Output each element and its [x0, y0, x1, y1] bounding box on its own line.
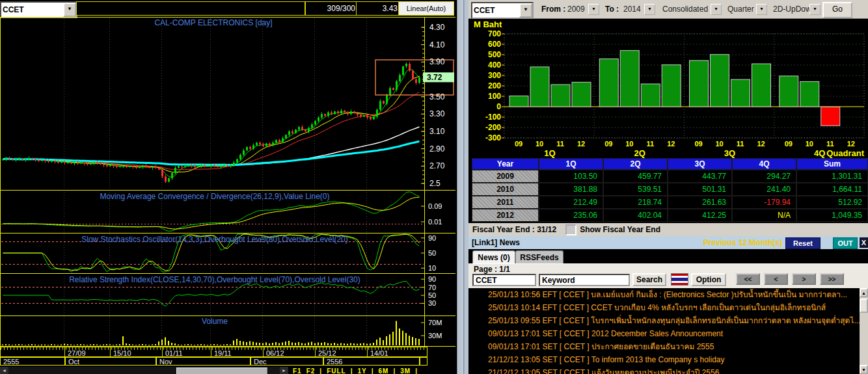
quarter-bar[interactable] [752, 64, 771, 107]
vscroll-thumb[interactable] [860, 299, 868, 313]
chevron-down-icon[interactable]: ▼ [588, 4, 599, 15]
table-header-sum[interactable]: Sum [796, 158, 868, 170]
svg-text:0.01: 0.01 [428, 218, 442, 226]
first-page-button[interactable]: << [736, 273, 760, 285]
quarter-bar[interactable] [530, 67, 549, 107]
table-row[interactable]: 2011212.49218.74261.63-179.94512.92 [472, 196, 868, 209]
from-year-select[interactable]: 2009 [567, 5, 585, 14]
show-fiscal-checkbox[interactable] [565, 224, 576, 235]
table-header-2q[interactable]: 2Q [603, 158, 668, 170]
search-button[interactable]: Search [632, 273, 666, 286]
timeframe-button[interactable]: FULL [327, 367, 346, 374]
last-page-button[interactable]: >> [820, 273, 844, 285]
thai-flag-icon[interactable] [671, 273, 688, 286]
timeframe-button[interactable]: | [393, 367, 396, 374]
quarter-bar[interactable] [572, 82, 591, 107]
svg-text:30: 30 [428, 299, 436, 307]
symbol-entry-field[interactable] [76, 1, 305, 16]
table-header-4q[interactable]: 4Q [732, 158, 796, 170]
right-symbol-combobox[interactable]: ▼ [471, 2, 534, 19]
timeframe-button[interactable]: F1 [293, 367, 302, 374]
quarter-bar[interactable] [641, 84, 660, 107]
news-vscrollbar[interactable]: ▲ ▼ [860, 288, 868, 374]
value-cell: 381.88 [539, 183, 603, 196]
news-tabbar: News (0) RSSFeeds [468, 249, 868, 263]
table-row[interactable]: 2012235.06402.04412.25N/A1,049.35 [472, 209, 868, 222]
quarter-bar[interactable] [662, 65, 681, 107]
table-header-year[interactable]: Year [472, 158, 539, 170]
news-item[interactable]: 21/12/12 13:05 SET [ CCET ] แจ้งวันหยุดต… [468, 366, 860, 374]
hscroll-track[interactable] [8, 367, 280, 374]
timeframe-button[interactable]: | [372, 367, 374, 374]
svg-text:4.30: 4.30 [429, 23, 445, 32]
report-type-select[interactable]: Consolidated [662, 5, 708, 14]
period-select[interactable]: Quarter [727, 5, 754, 14]
right-symbol-input[interactable] [472, 5, 519, 16]
quarter-bar[interactable] [780, 76, 798, 107]
timeframe-button[interactable]: 3M [400, 367, 411, 374]
go-button[interactable]: Go [822, 2, 852, 18]
timeframe-button[interactable]: | [319, 367, 322, 374]
quarter-bar[interactable] [690, 60, 709, 107]
out-button[interactable]: OUT [833, 237, 858, 249]
quarterly-bar-chart[interactable]: 7006005004003002001000-100-200-300091011… [468, 18, 868, 158]
close-icon[interactable]: X [860, 237, 868, 248]
table-header-1q[interactable]: 1Q [539, 158, 603, 170]
scroll-up-icon[interactable]: ▲ [860, 288, 868, 297]
svg-text:10: 10 [428, 264, 436, 272]
news-item[interactable]: 25/01/13 10:14 EFT [ CCET ] CCET บวกเกือ… [468, 301, 860, 314]
keyword-input[interactable] [539, 274, 630, 286]
chevron-down-icon[interactable]: ▼ [519, 3, 532, 18]
svg-text:2.90: 2.90 [429, 144, 445, 154]
chevron-down-icon[interactable]: ▼ [756, 4, 767, 15]
news-item[interactable]: 25/01/13 10:56 EFT [ CCET ] บล.เมย์แบงก์… [468, 288, 860, 301]
chevron-down-icon[interactable]: ▼ [63, 3, 76, 17]
table-row[interactable]: 2009103.50459.77443.77294.271,301.31 [472, 170, 868, 183]
tab-news[interactable]: News (0) [472, 250, 515, 264]
price-chart[interactable]: 4.304.103.903.503.303.102.902.702.53.72C… [0, 17, 457, 347]
timeframe-button[interactable]: 6M [379, 367, 389, 374]
timeframe-button[interactable]: | [415, 367, 418, 374]
symbol-input[interactable] [1, 5, 63, 15]
value-cell: 1,049.35 [796, 209, 868, 222]
quarter-bar[interactable] [509, 96, 528, 107]
scroll-down-icon[interactable]: ▼ [860, 365, 868, 374]
timeframe-button[interactable]: F2 [306, 367, 316, 374]
table-header-3q[interactable]: 3Q [668, 158, 732, 170]
quarter-bar[interactable] [821, 107, 840, 126]
news-item[interactable]: 21/12/12 13:05 SET [ CCET ] To inform 20… [468, 353, 860, 366]
quarter-bar[interactable] [599, 59, 618, 107]
svg-text:0: 0 [496, 102, 501, 111]
option-button[interactable]: Option [691, 273, 726, 286]
svg-text:4.10: 4.10 [429, 40, 445, 49]
timeframe-buttons: F1F2|FULL|1Y|6M|3M| [293, 367, 422, 374]
timeframe-button[interactable]: | [351, 367, 353, 374]
news-item[interactable]: 25/01/13 09:55 EFT [ CCET ] โบรกฯเพิ่มน้… [468, 314, 860, 327]
next-page-button[interactable]: > [792, 273, 816, 285]
timeframe-button[interactable]: 1Y [358, 367, 367, 374]
table-row[interactable]: 2010381.88539.51501.31241.401,664.11 [472, 183, 868, 196]
news-item[interactable]: 09/01/13 17:01 SET [ CCET ] 2012 Decembe… [468, 327, 860, 340]
quarter-bar[interactable] [551, 85, 570, 107]
chart-hscrollbar[interactable]: ◄ ► F1F2|FULL|1Y|6M|3M| [0, 367, 457, 374]
quarter-bar[interactable] [620, 51, 639, 107]
symbol-combobox[interactable]: ▼ [0, 1, 77, 18]
to-year-select[interactable]: 2014 [623, 5, 641, 14]
reset-button[interactable]: Reset [785, 237, 821, 249]
hscroll-thumb[interactable] [176, 367, 267, 374]
scale-mode-button[interactable]: Linear(Auto) [398, 1, 454, 16]
news-item[interactable]: 09/01/13 17:01 SET [ CCET ] ประกาศยอดขาย… [468, 340, 860, 353]
tab-rssfeeds[interactable]: RSSFeeds [515, 250, 563, 264]
value-cell: 261.63 [668, 196, 732, 209]
news-symbol-input[interactable] [472, 274, 536, 286]
chevron-down-icon[interactable]: ▼ [644, 4, 655, 15]
scroll-left-icon[interactable]: ◄ [0, 367, 8, 374]
quarter-bar[interactable] [711, 55, 729, 107]
prev-page-button[interactable]: < [764, 273, 788, 285]
quarter-bar[interactable] [731, 79, 750, 107]
chevron-down-icon[interactable]: ▼ [809, 4, 821, 15]
vertical-splitter[interactable] [457, 0, 470, 374]
scroll-right-icon[interactable]: ► [280, 367, 288, 374]
quarter-bar[interactable] [800, 81, 819, 107]
chevron-down-icon[interactable]: ▼ [711, 4, 722, 15]
